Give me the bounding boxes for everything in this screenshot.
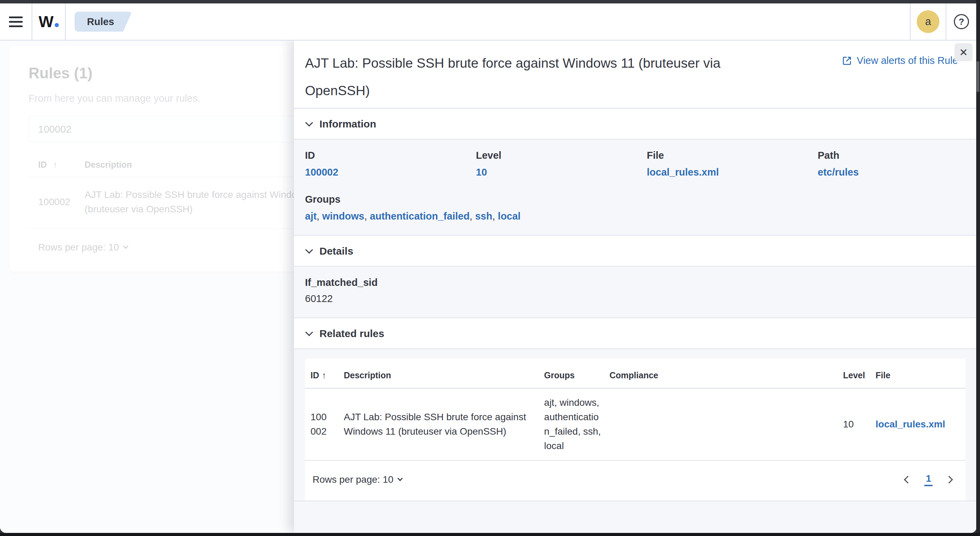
groups-label: Groups xyxy=(305,194,966,205)
previous-page-icon[interactable] xyxy=(904,476,912,484)
view-alerts-label: View alerts of this Rule xyxy=(857,55,958,66)
column-header-groups: Groups xyxy=(544,359,609,388)
related-table-header-row: ID↑ Description Groups Compliance Level … xyxy=(305,359,966,388)
groups-links: ajt, windows, authentication_failed, ssh… xyxy=(305,211,966,222)
section-body-related-rules: ID↑ Description Groups Compliance Level … xyxy=(294,348,977,501)
section-header-information[interactable]: Information xyxy=(294,109,977,139)
close-icon: ✕ xyxy=(959,46,967,59)
column-header-compliance: Compliance xyxy=(610,359,843,388)
cell-level: 10 xyxy=(843,388,876,460)
field-label: Path xyxy=(818,150,977,161)
help-icon[interactable]: ? xyxy=(954,14,969,29)
close-button[interactable]: ✕ xyxy=(955,43,972,61)
avatar-block: a xyxy=(910,3,946,40)
flyout-lower-area xyxy=(294,501,977,533)
field-label: File xyxy=(647,150,818,161)
hamburger-icon xyxy=(9,16,23,27)
section-body-information: ID 100002 Level 10 File local_rules.xml … xyxy=(294,139,977,236)
column-header-id[interactable]: ID↑ xyxy=(305,359,344,388)
cell-groups: ajt, windows, authentication_failed, ssh… xyxy=(544,388,609,460)
group-link[interactable]: ssh xyxy=(475,211,492,222)
field-value-link[interactable]: local_rules.xml xyxy=(647,167,818,178)
detail-label: If_matched_sid xyxy=(305,277,966,288)
section-title: Details xyxy=(320,245,353,257)
view-alerts-link[interactable]: View alerts of this Rule xyxy=(842,55,958,66)
section-header-related-rules[interactable]: Related rules xyxy=(294,318,977,348)
menu-button[interactable] xyxy=(0,3,32,40)
group-link[interactable]: windows xyxy=(322,211,364,222)
file-link[interactable]: local_rules.xml xyxy=(875,419,945,430)
cell-id: 100002 xyxy=(310,410,331,439)
field-label: ID xyxy=(305,150,476,161)
section-header-details[interactable]: Details xyxy=(294,236,977,266)
groups-field: Groups ajt, windows, authentication_fail… xyxy=(305,194,966,222)
window-bottom-edge xyxy=(0,533,980,536)
topbar-spacer xyxy=(132,3,910,40)
column-header-file: File xyxy=(875,359,966,388)
field-value-link[interactable]: 10 xyxy=(476,167,647,178)
field-path: Path etc/rules xyxy=(818,150,977,178)
flyout-header: AJT Lab: Possible SSH brute force agains… xyxy=(294,41,977,109)
scrollbar-thumb[interactable] xyxy=(977,61,979,92)
related-table-row: 100002 AJT Lab: Possible SSH brute force… xyxy=(305,388,966,460)
information-fields: ID 100002 Level 10 File local_rules.xml … xyxy=(305,150,966,178)
cell-compliance xyxy=(610,388,843,460)
field-file: File local_rules.xml xyxy=(647,150,818,178)
group-link[interactable]: local xyxy=(498,211,520,222)
sort-asc-icon: ↑ xyxy=(322,370,326,380)
flyout-title: AJT Lab: Possible SSH brute force agains… xyxy=(305,49,766,105)
rows-per-page-control[interactable]: Rows per page: 10 xyxy=(313,474,402,485)
group-link[interactable]: ajt xyxy=(305,211,317,222)
field-level: Level 10 xyxy=(476,150,647,178)
field-value-link[interactable]: etc/rules xyxy=(818,167,977,178)
column-header-description: Description xyxy=(344,359,544,388)
section-body-details: If_matched_sid 60122 xyxy=(294,266,977,318)
section-title: Related rules xyxy=(320,328,384,339)
top-bar: W Rules a ? xyxy=(0,3,977,41)
cell-description: AJT Lab: Possible SSH brute force agains… xyxy=(344,388,544,460)
tab-rules[interactable]: Rules xyxy=(75,12,132,32)
field-id: ID 100002 xyxy=(305,150,476,178)
logo-block[interactable]: W xyxy=(32,3,66,40)
logo-letter: W xyxy=(38,13,53,31)
content-area: Rules (1) From here you can manage your … xyxy=(0,41,977,533)
rule-detail-flyout: AJT Lab: Possible SSH brute force agains… xyxy=(294,41,977,533)
section-title: Information xyxy=(320,118,376,130)
column-header-level: Level xyxy=(843,359,876,388)
chevron-down-icon xyxy=(305,246,313,254)
avatar[interactable]: a xyxy=(917,10,939,33)
chevron-down-icon xyxy=(398,476,403,481)
related-table-footer: Rows per page: 10 1 xyxy=(305,461,966,501)
help-block: ? xyxy=(946,3,977,40)
related-rules-table-card: ID↑ Description Groups Compliance Level … xyxy=(305,359,966,501)
field-value-link[interactable]: 100002 xyxy=(305,167,476,178)
logo-dot-icon xyxy=(55,23,59,27)
pagination: 1 xyxy=(905,473,952,486)
app-window: W Rules a ? Rules (1) From here you can … xyxy=(0,3,977,533)
next-page-icon[interactable] xyxy=(945,476,953,484)
chevron-down-icon xyxy=(305,328,313,336)
page-number-1[interactable]: 1 xyxy=(924,473,932,486)
related-rules-table: ID↑ Description Groups Compliance Level … xyxy=(305,359,966,461)
group-link[interactable]: authentication_failed xyxy=(370,211,470,222)
external-link-icon xyxy=(842,56,852,66)
detail-value: 60122 xyxy=(305,293,966,304)
chevron-down-icon xyxy=(305,119,313,127)
field-label: Level xyxy=(476,150,647,161)
wazuh-logo: W xyxy=(38,13,59,31)
